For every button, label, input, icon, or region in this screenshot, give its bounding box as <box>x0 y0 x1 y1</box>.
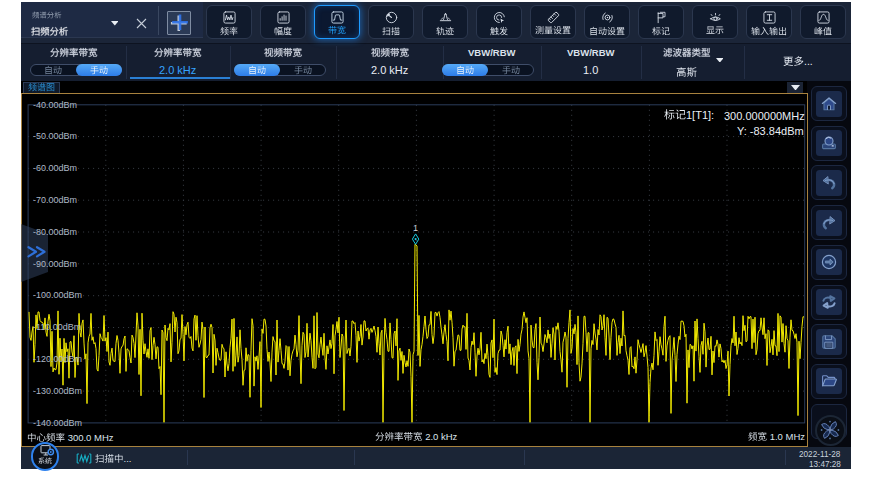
svg-text:-40.00dBm: -40.00dBm <box>33 100 77 110</box>
svg-text:-140.00dBm: -140.00dBm <box>33 418 82 428</box>
svg-text:2.0 kHz: 2.0 kHz <box>425 431 457 442</box>
svg-text:-70.00dBm: -70.00dBm <box>33 195 77 205</box>
svg-text:VBW/RBW: VBW/RBW <box>567 47 615 58</box>
svg-text:-80.00dBm: -80.00dBm <box>33 227 77 237</box>
svg-text:1.0 MHz: 1.0 MHz <box>770 431 806 442</box>
svg-text:300.0 MHz: 300.0 MHz <box>67 431 113 442</box>
svg-text:2.0 kHz: 2.0 kHz <box>159 63 196 75</box>
svg-text:-60.00dBm: -60.00dBm <box>33 164 77 174</box>
svg-text:1: 1 <box>413 223 418 233</box>
svg-text:-120.00dBm: -120.00dBm <box>33 354 82 364</box>
svg-text:-110.00dBm: -110.00dBm <box>33 323 81 333</box>
svg-text:-130.00dBm: -130.00dBm <box>33 386 82 396</box>
svg-text:1.0: 1.0 <box>583 63 598 75</box>
svg-text:-50.00dBm: -50.00dBm <box>33 132 77 142</box>
svg-text:Y: -83.84dBm: Y: -83.84dBm <box>737 124 804 136</box>
svg-text:1[T1]:: 1[T1]: <box>686 109 714 121</box>
svg-text:...: ... <box>804 55 813 67</box>
svg-text:...: ... <box>124 453 132 464</box>
svg-text:300.000000MHz: 300.000000MHz <box>724 109 805 121</box>
svg-text:13:47:28: 13:47:28 <box>809 459 841 468</box>
svg-text:VBW/RBW: VBW/RBW <box>468 47 516 58</box>
svg-text:-90.00dBm: -90.00dBm <box>33 259 77 269</box>
svg-text:-100.00dBm: -100.00dBm <box>33 291 82 301</box>
svg-text:2.0 kHz: 2.0 kHz <box>371 63 408 75</box>
